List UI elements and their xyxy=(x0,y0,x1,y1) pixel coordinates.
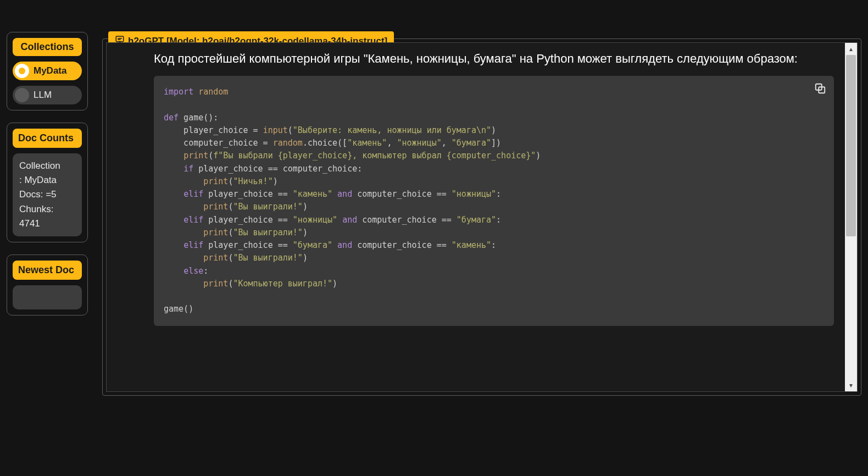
doc-counts-line: Docs: =5 xyxy=(19,187,75,202)
newest-doc-panel: Newest Doc xyxy=(7,254,88,316)
code-block: import random def game(): player_choice … xyxy=(154,76,834,326)
code-content: import random def game(): player_choice … xyxy=(164,87,541,314)
radio-unselected-icon xyxy=(15,88,29,102)
collection-item-mydata[interactable]: MyData xyxy=(13,62,82,80)
scroll-up-button[interactable]: ▴ xyxy=(845,43,857,55)
scrollbar-vertical[interactable]: ▴ ▾ xyxy=(845,43,857,391)
collection-item-label: LLM xyxy=(34,90,52,101)
newest-doc-header: Newest Doc xyxy=(13,261,82,280)
scroll-down-button[interactable]: ▾ xyxy=(845,379,857,391)
app-root: Collections MyData LLM Doc Counts Collec… xyxy=(0,0,868,476)
newest-doc-empty xyxy=(13,285,82,309)
assistant-message-text: Код простейшей компьютерной игры "Камень… xyxy=(154,49,834,68)
sidebar: Collections MyData LLM Doc Counts Collec… xyxy=(7,10,88,466)
collection-item-label: MyData xyxy=(34,65,66,76)
chevron-down-icon: ▾ xyxy=(849,381,853,389)
doc-counts-info: Collection : MyData Docs: =5 Chunks: 474… xyxy=(13,153,82,237)
doc-counts-line: 4741 xyxy=(19,217,75,231)
collections-panel: Collections MyData LLM xyxy=(7,32,88,110)
copy-code-button[interactable] xyxy=(814,82,827,96)
chat-frame: h2oGPT [Model: h2oai/h2ogpt-32k-codellam… xyxy=(102,38,861,396)
scroll-track[interactable] xyxy=(845,55,857,379)
collection-item-llm[interactable]: LLM xyxy=(13,86,82,104)
doc-counts-header: Doc Counts xyxy=(13,129,82,148)
scroll-thumb[interactable] xyxy=(846,55,856,236)
main-area: h2oGPT [Model: h2oai/h2ogpt-32k-codellam… xyxy=(102,38,861,466)
chevron-up-icon: ▴ xyxy=(849,45,853,53)
collections-header: Collections xyxy=(13,38,82,56)
radio-selected-icon xyxy=(15,64,29,78)
chat-body: Код простейшей компьютерной игры "Камень… xyxy=(107,43,845,391)
doc-counts-line: Chunks: xyxy=(19,202,75,217)
doc-counts-line: Collection xyxy=(19,159,75,173)
svg-rect-0 xyxy=(116,36,124,42)
doc-counts-panel: Doc Counts Collection : MyData Docs: =5 … xyxy=(7,123,88,242)
doc-counts-line: : MyData xyxy=(19,173,75,187)
copy-icon xyxy=(814,87,826,97)
chat-scroll-container: Код простейшей компьютерной игры "Камень… xyxy=(106,42,858,392)
